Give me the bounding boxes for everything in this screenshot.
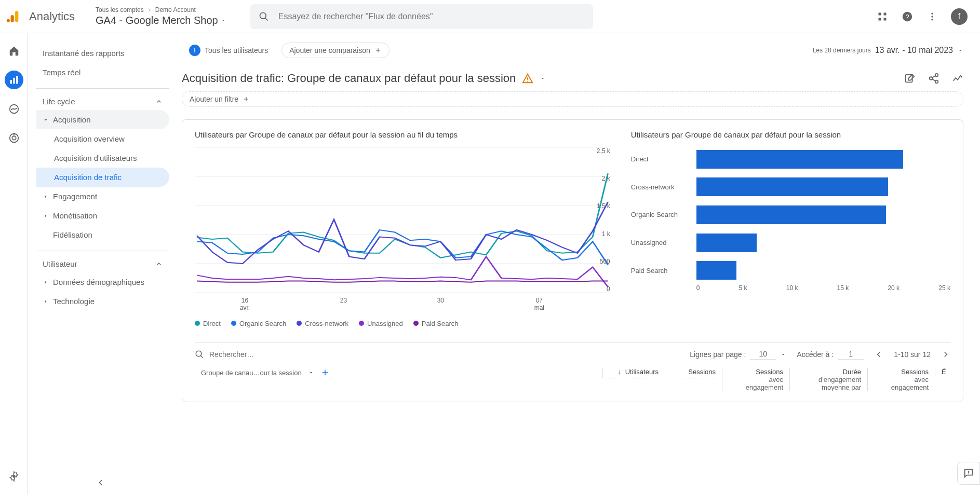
sidebar: Instantané des rapports Temps réel Life … bbox=[28, 33, 173, 494]
caret-down-icon[interactable] bbox=[540, 75, 546, 81]
sidebar-item-fidelisation[interactable]: Fidélisation bbox=[36, 225, 169, 244]
help-icon[interactable]: ? bbox=[901, 10, 914, 23]
svg-point-23 bbox=[527, 81, 528, 82]
caret-right-icon bbox=[43, 194, 49, 200]
table-search-input[interactable] bbox=[208, 350, 301, 359]
avatar[interactable]: f bbox=[951, 8, 968, 25]
caret-down-icon bbox=[957, 47, 963, 53]
page-prev-button[interactable] bbox=[874, 350, 883, 359]
svg-point-26 bbox=[930, 77, 933, 80]
bar-chart-title: Utilisateurs par Groupe de canaux par dé… bbox=[631, 130, 950, 139]
breadcrumb-account: Demo Account bbox=[155, 6, 196, 13]
sort-desc-icon bbox=[618, 368, 622, 376]
warning-icon[interactable] bbox=[522, 73, 533, 84]
insights-icon[interactable] bbox=[952, 73, 963, 84]
bar-row: Cross-network bbox=[631, 176, 948, 197]
search-bar[interactable] bbox=[250, 4, 593, 29]
sidebar-item-acq-traffic[interactable]: Acquisition de trafic bbox=[36, 168, 169, 187]
section-lifecycle[interactable]: Life cycle bbox=[36, 93, 169, 110]
svg-point-3 bbox=[260, 12, 266, 19]
sidebar-item-snapshot[interactable]: Instantané des rapports bbox=[36, 44, 169, 63]
sidebar-item-demographics[interactable]: Données démographiques bbox=[36, 272, 169, 292]
chevron-right-icon bbox=[941, 350, 950, 359]
bar-row: Organic Search bbox=[631, 204, 948, 225]
svg-rect-5 bbox=[879, 12, 881, 15]
add-dimension-icon[interactable] bbox=[320, 368, 330, 377]
sidebar-item-acq-overview[interactable]: Acquisition overview bbox=[36, 129, 169, 148]
property-name: GA4 - Google Merch Shop bbox=[96, 14, 218, 26]
th-extra[interactable]: É bbox=[935, 368, 950, 376]
rail-advertising-icon[interactable] bbox=[5, 129, 23, 147]
rail-explore-icon[interactable] bbox=[5, 100, 23, 118]
chevron-right-icon bbox=[147, 7, 152, 12]
table-header: Groupe de canau…our la session Utilisate… bbox=[195, 368, 950, 391]
svg-point-39 bbox=[968, 473, 969, 474]
th-avg-engagement[interactable]: Durée d'engagement moyenne par bbox=[789, 368, 867, 391]
chevron-up-icon bbox=[155, 98, 163, 106]
caret-down-icon bbox=[43, 117, 49, 123]
svg-rect-7 bbox=[879, 18, 881, 20]
add-filter-button[interactable]: Ajouter un filtre bbox=[182, 91, 963, 107]
customize-report-icon[interactable] bbox=[904, 73, 916, 84]
sidebar-item-monetisation[interactable]: Monétisation bbox=[36, 206, 169, 225]
sidebar-item-technology[interactable]: Technologie bbox=[36, 292, 169, 311]
svg-rect-6 bbox=[884, 12, 887, 15]
goto-page[interactable]: Accéder à : 1 bbox=[797, 349, 864, 360]
chip-add-comparison[interactable]: Ajouter une comparaison bbox=[281, 43, 390, 58]
th-sessions[interactable]: Sessions bbox=[665, 368, 722, 378]
feedback-button[interactable] bbox=[957, 462, 980, 485]
report-card: Utilisateurs par Groupe de canaux par dé… bbox=[182, 119, 963, 402]
chip-all-users[interactable]: T Tous les utilisateurs bbox=[182, 42, 275, 59]
rows-per-page[interactable]: Lignes par page : 10 bbox=[690, 349, 786, 360]
chevron-left-icon bbox=[96, 477, 106, 488]
svg-rect-16 bbox=[16, 76, 18, 84]
th-users[interactable]: Utilisateurs bbox=[602, 368, 665, 378]
svg-point-21 bbox=[12, 475, 16, 478]
svg-rect-8 bbox=[884, 18, 887, 20]
caret-right-icon bbox=[43, 213, 49, 219]
date-range-selector[interactable]: Les 28 derniers jours 13 avr. - 10 mai 2… bbox=[813, 46, 963, 55]
caret-right-icon bbox=[43, 279, 49, 285]
svg-rect-14 bbox=[10, 80, 11, 84]
svg-point-19 bbox=[12, 136, 16, 140]
svg-text:?: ? bbox=[905, 12, 909, 20]
svg-point-11 bbox=[931, 12, 933, 14]
account-selector[interactable]: Tous les comptes Demo Account GA4 - Goog… bbox=[96, 6, 226, 26]
sidebar-item-engagement[interactable]: Engagement bbox=[36, 187, 169, 206]
top-bar: Analytics Tous les comptes Demo Account … bbox=[0, 0, 980, 33]
line-legend: DirectOrganic SearchCross-networkUnassig… bbox=[195, 320, 610, 327]
caret-down-icon[interactable] bbox=[308, 369, 314, 376]
audience-badge-icon: T bbox=[189, 45, 200, 56]
bar-row: Paid Search bbox=[631, 260, 948, 281]
sidebar-item-acquisition[interactable]: Acquisition bbox=[36, 110, 169, 129]
table-search[interactable] bbox=[195, 350, 679, 359]
svg-line-4 bbox=[265, 18, 267, 20]
svg-line-29 bbox=[932, 79, 935, 81]
page-next-button[interactable] bbox=[941, 350, 950, 359]
section-user[interactable]: Utilisateur bbox=[36, 255, 169, 272]
rail-reports-icon[interactable] bbox=[5, 71, 23, 89]
th-dimension[interactable]: Groupe de canau…our la session bbox=[195, 368, 602, 377]
product-name: Analytics bbox=[29, 10, 75, 23]
svg-line-37 bbox=[200, 355, 203, 358]
nav-rail bbox=[0, 33, 28, 494]
th-engaged-sessions-2[interactable]: Sessions avec engagement bbox=[867, 368, 935, 391]
rail-home-icon[interactable] bbox=[5, 42, 23, 60]
line-y-ticks: 2,5 k2 k1,5 k1 k5000 bbox=[589, 147, 610, 293]
main-content: T Tous les utilisateurs Ajouter une comp… bbox=[173, 33, 980, 494]
sidebar-item-acq-users[interactable]: Acquisition d'utilisateurs bbox=[36, 148, 169, 168]
search-input[interactable] bbox=[277, 11, 585, 22]
rail-admin-icon[interactable] bbox=[5, 467, 23, 486]
search-icon bbox=[195, 350, 204, 359]
svg-point-2 bbox=[7, 19, 10, 22]
th-engaged-sessions[interactable]: Sessions avec engagement bbox=[722, 368, 789, 391]
caret-down-icon bbox=[220, 17, 226, 23]
plus-icon bbox=[374, 47, 382, 54]
svg-rect-1 bbox=[11, 15, 14, 22]
share-icon[interactable] bbox=[928, 73, 939, 84]
apps-icon[interactable] bbox=[876, 10, 889, 23]
sidebar-item-realtime[interactable]: Temps réel bbox=[36, 63, 169, 82]
caret-right-icon bbox=[43, 298, 49, 305]
more-vert-icon[interactable] bbox=[926, 10, 938, 23]
sidebar-collapse-button[interactable] bbox=[96, 477, 106, 488]
